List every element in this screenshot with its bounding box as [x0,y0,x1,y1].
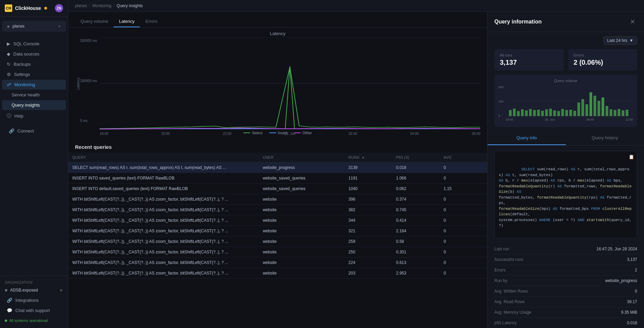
mini-x-28jun: 28. Jun [545,118,555,121]
queries-table-body: SELECT sum(read_rows) AS r, sum(total_ro… [68,162,487,279]
query-info-content: 📋 SELECT sum(read_rows) AS r, sum(total_… [488,145,644,328]
gear-icon: ⚙ [7,72,11,77]
sidebar-item-connect[interactable]: 🔗 Connect [4,126,64,136]
breadcrumb-planes[interactable]: planes [75,3,87,8]
copy-icon[interactable]: 📋 [629,154,634,161]
x-label-0200: 02:00 [349,132,357,136]
close-button[interactable]: ✕ [628,17,637,26]
cell-runs: 259 [344,236,392,247]
logo-icon: CH [5,4,12,12]
cell-query: WITH bitShiftLeft(CAST(?..)), _CAST(?..)… [68,215,259,226]
service-selector-section: ● planes ▼ [0,17,68,36]
info-row: Run by website_progress [494,276,637,286]
tab-query-info[interactable]: Query info [488,131,566,145]
mini-chart: Query volume 500 250 0 [494,75,637,127]
breadcrumb-sep-2: / [114,3,115,8]
breadcrumb-monitoring[interactable]: Monitoring [92,3,111,8]
info-key: Errors [494,268,506,272]
svg-rect-12 [533,110,536,116]
cell-query: INSERT INTO default.saved_queries (text)… [68,184,259,194]
info-value: 0 [635,289,637,294]
sidebar-item-integrations[interactable]: 🔗 Integrations [2,295,66,305]
stat-all-runs-label: All runs [500,53,558,57]
table-row[interactable]: WITH bitShiftLeft(CAST(?..)), _CAST(?..)… [68,236,487,247]
mini-x-0600: 06:00 [586,118,594,121]
status-dot [44,7,47,10]
table-row[interactable]: WITH bitShiftLeft(CAST(?..)), _CAST(?..)… [68,194,487,205]
table-row[interactable]: WITH bitShiftLeft(CAST(?..)), _CAST(?..)… [68,268,487,279]
terminal-icon: ▶ [7,41,10,46]
sidebar-item-label: Data sources [13,51,40,57]
sidebar-item-help[interactable]: ⓘ Help [2,110,66,121]
cell-p50: 0.414 [392,215,440,226]
cell-runs: 203 [344,268,392,279]
table-row[interactable]: INSERT INTO default.saved_queries (text)… [68,184,487,194]
main-area: planes / Monitoring / Query insights Que… [68,0,644,328]
svg-rect-24 [581,99,584,116]
sidebar-item-backups[interactable]: ↻ Backups [2,59,66,69]
service-selector[interactable]: ● planes ▼ [2,21,66,32]
info-value: 9.35 MiB [621,310,637,315]
latency-chart-container: Latency Latency 200000 ms 100000 ms 0 ms [68,28,487,140]
sidebar-item-data-sources[interactable]: ◆ Data sources [2,49,66,59]
org-chevron-icon: ▶ [60,288,63,292]
table-row[interactable]: WITH bitShiftLeft(CAST(?..)), _CAST(?..)… [68,257,487,268]
stat-errors: Errors 2 (0.06%) [568,49,638,71]
section-title-recent-queries: Recent queries [75,144,480,150]
cell-user: website [259,194,344,205]
tab-query-volume[interactable]: Query volume [75,16,114,27]
x-label-0400: 04:00 [410,132,419,136]
tab-query-history[interactable]: Query history [566,131,644,145]
svg-rect-11 [529,109,532,116]
cell-query: WITH bitShiftLeft(CAST(?..)), _CAST(?..)… [68,205,259,215]
table-row[interactable]: WITH bitShiftLeft(CAST(?..)), _CAST(?..)… [68,247,487,257]
tab-latency[interactable]: Latency [114,16,140,27]
org-selector[interactable]: ■ ADSB.exposed ▶ [0,285,68,295]
sidebar-item-sql-console[interactable]: ▶ SQL Console [2,39,66,49]
database-icon: ◆ [7,51,10,57]
cell-avg: 0 [439,268,487,279]
cell-p50: 0.018 [392,162,440,173]
query-code-block: 📋 SELECT sum(read_rows) AS r, sum(total_… [494,151,637,238]
status-green-dot [5,319,7,322]
mini-y-500: 500 [498,85,504,89]
queries-table-head: Query User Runs ▼ p50 (s) Avg [68,153,487,162]
table-row[interactable]: WITH bitShiftLeft(CAST(?..)), _CAST(?..)… [68,205,487,215]
recent-queries-header: Recent queries [68,140,487,153]
sidebar-item-chat-support[interactable]: 💬 Chat with support [2,306,66,315]
time-selector-label: Last 24 hrs [607,38,627,43]
table-row[interactable]: WITH bitShiftLeft(CAST(?..)), _CAST(?..)… [68,215,487,226]
cell-runs: 396 [344,194,392,205]
info-key: Avg. Read Rows [494,299,525,304]
info-row: Avg. Memory Usage 9.35 MiB [494,307,637,318]
sidebar-item-service-health[interactable]: Service health [2,90,66,100]
svg-rect-6 [509,110,512,116]
info-value: 0.018 [627,321,637,325]
time-selector[interactable]: Last 24 hrs ▼ [603,36,637,45]
tab-errors[interactable]: Errors [140,16,163,27]
info-value: 3,137 [627,257,637,262]
sidebar-item-label: Backups [14,62,31,67]
info-row: Errors 2 [494,265,637,276]
table-row[interactable]: SELECT sum(read_rows) AS r, sum(total_ro… [68,162,487,173]
info-row: Avg. Written Rows 0 [494,286,637,297]
system-status: All systems operational [0,316,68,325]
col-header-runs[interactable]: Runs ▼ [344,153,392,162]
sidebar: CH ClickHouse ZN ● planes ▼ ▶ SQL Consol… [0,0,68,328]
stats-row: All runs 3,137 Errors 2 (0.06%) [488,49,644,75]
cell-p50: 0.062 [392,184,440,194]
sidebar-item-query-insights[interactable]: Query insights [2,100,66,110]
table-row[interactable]: INSERT INTO saved_queries (text) FORMAT … [68,173,487,184]
info-row: p50 Latency 0.018 [494,318,637,328]
col-header-avg: Avg [439,153,487,162]
table-row[interactable]: WITH bitShiftLeft(CAST(?..)), _CAST(?..)… [68,226,487,236]
cell-p50: 0.613 [392,257,440,268]
sidebar-item-monitoring[interactable]: ☍ Monitoring [2,80,66,90]
cell-runs: 250 [344,247,392,257]
svg-rect-8 [517,111,520,116]
sidebar-item-settings[interactable]: ⚙ Settings [2,69,66,79]
org-label: Organization [0,279,68,285]
svg-rect-29 [601,97,604,116]
cell-user: website [259,215,344,226]
cell-avg: 0 [439,194,487,205]
